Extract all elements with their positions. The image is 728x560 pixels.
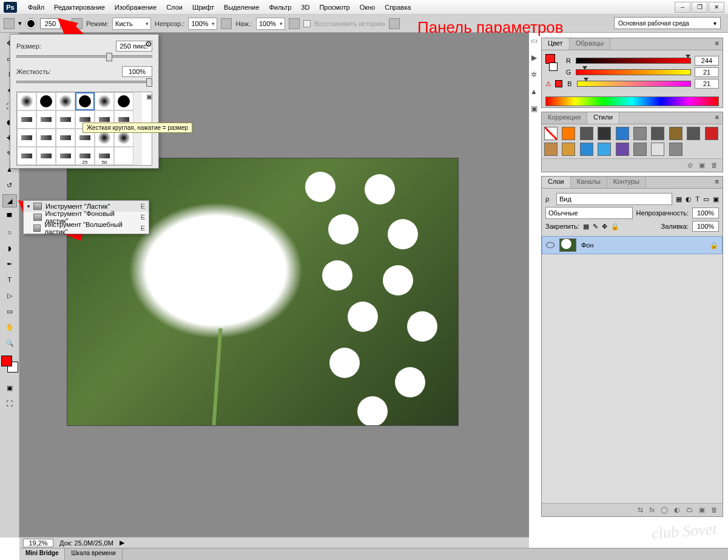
tool-path[interactable]: ▷ bbox=[2, 289, 17, 302]
mode-dropdown[interactable]: Кисть bbox=[112, 18, 151, 30]
tool-hand[interactable]: ✋ bbox=[2, 320, 17, 334]
menu-window[interactable]: Окно bbox=[355, 4, 380, 11]
panel-menu-icon[interactable]: ≡ bbox=[712, 112, 723, 124]
style-swatch[interactable] bbox=[580, 127, 593, 140]
document-image[interactable] bbox=[67, 158, 459, 426]
tab-channels[interactable]: Каналы bbox=[571, 177, 607, 188]
tool-blur[interactable]: ○ bbox=[2, 226, 17, 239]
tab-color[interactable]: Цвет bbox=[542, 38, 570, 50]
layer-thumbnail[interactable] bbox=[559, 238, 576, 252]
brush-preset[interactable] bbox=[56, 92, 75, 110]
tool-pen[interactable]: ✒ bbox=[2, 257, 17, 271]
visibility-icon[interactable] bbox=[546, 242, 554, 248]
collapsed-histogram-icon[interactable]: ▲ bbox=[530, 87, 538, 96]
brush-preset[interactable] bbox=[17, 129, 36, 147]
menu-3d[interactable]: 3D bbox=[296, 4, 314, 11]
style-swatch[interactable] bbox=[544, 127, 558, 140]
menu-select[interactable]: Выделение bbox=[219, 4, 264, 11]
window-close-button[interactable]: ✕ bbox=[709, 2, 724, 13]
brush-preset[interactable] bbox=[36, 129, 56, 147]
style-swatch[interactable] bbox=[544, 143, 558, 156]
brush-preset[interactable] bbox=[56, 147, 75, 165]
color-swatches[interactable] bbox=[1, 356, 18, 373]
trash-icon[interactable]: 🗑 bbox=[711, 506, 718, 514]
collapsed-nav-icon[interactable]: ✲ bbox=[530, 70, 538, 79]
collapsed-history-icon[interactable]: ▭ bbox=[530, 36, 538, 45]
dropdown-arrow-icon[interactable]: ▾ bbox=[18, 19, 22, 27]
tab-paths[interactable]: Контуры bbox=[607, 177, 646, 188]
g-slider[interactable] bbox=[576, 69, 691, 75]
pressure-size-icon[interactable] bbox=[389, 18, 400, 29]
tab-mini-bridge[interactable]: Mini Bridge bbox=[19, 548, 65, 560]
tool-eraser[interactable]: ◢ bbox=[2, 194, 17, 207]
layer-fill-field[interactable]: 100% bbox=[692, 221, 719, 232]
layer-name[interactable]: Фон bbox=[581, 241, 594, 249]
brush-preset[interactable]: 50 bbox=[95, 147, 114, 165]
layer-opacity-field[interactable]: 100% bbox=[692, 207, 719, 218]
brush-preset[interactable] bbox=[36, 110, 56, 129]
style-swatch[interactable] bbox=[562, 127, 575, 140]
tab-adjustments[interactable]: Коррекция bbox=[542, 112, 587, 124]
filter-type-icon[interactable]: T bbox=[695, 195, 699, 203]
menu-file[interactable]: Файл bbox=[23, 4, 49, 11]
b-value[interactable]: 21 bbox=[695, 79, 719, 89]
menu-edit[interactable]: Редактирование bbox=[49, 4, 110, 11]
style-swatch[interactable] bbox=[616, 127, 629, 140]
style-swatch[interactable] bbox=[651, 143, 664, 156]
preset-scrollbar[interactable] bbox=[133, 92, 142, 110]
filter-shape-icon[interactable]: ▭ bbox=[703, 195, 709, 203]
filter-adjust-icon[interactable]: ◐ bbox=[686, 195, 692, 203]
group-icon[interactable]: 🗀 bbox=[686, 506, 693, 514]
tab-styles[interactable]: Стили bbox=[587, 112, 619, 124]
style-swatch[interactable] bbox=[616, 143, 629, 156]
gear-icon[interactable]: ⚙ bbox=[145, 39, 152, 49]
foreground-color-swatch[interactable] bbox=[1, 356, 12, 366]
pressure-opacity-icon[interactable] bbox=[221, 18, 232, 29]
tool-history-brush[interactable]: ↺ bbox=[2, 178, 17, 192]
style-swatch[interactable] bbox=[598, 127, 611, 140]
brush-preset[interactable] bbox=[36, 92, 56, 110]
collapsed-actions-icon[interactable]: ▶ bbox=[530, 53, 538, 62]
brush-preset[interactable] bbox=[95, 92, 114, 110]
size-slider[interactable] bbox=[16, 55, 152, 58]
brush-size-field[interactable]: 250 bbox=[40, 18, 61, 29]
link-icon[interactable]: ⇆ bbox=[638, 506, 643, 514]
flow-dropdown[interactable]: 100% bbox=[256, 18, 285, 30]
clear-style-icon[interactable]: ⊘ bbox=[687, 161, 693, 169]
tool-type[interactable]: T bbox=[2, 273, 17, 286]
warning-swatch[interactable] bbox=[555, 80, 562, 87]
bg-color-swatch[interactable] bbox=[549, 62, 558, 71]
style-swatch[interactable] bbox=[580, 143, 593, 156]
b-slider[interactable] bbox=[577, 81, 691, 87]
lock-icon[interactable]: 🔒 bbox=[611, 223, 619, 231]
status-arrow-icon[interactable]: ▶ bbox=[120, 539, 124, 547]
panel-menu-icon[interactable]: ≡ bbox=[712, 38, 723, 50]
brush-preset[interactable]: 25 bbox=[75, 147, 95, 165]
erase-history-checkbox[interactable] bbox=[303, 20, 311, 27]
opacity-dropdown[interactable]: 100% bbox=[188, 18, 217, 30]
brush-preset[interactable] bbox=[36, 147, 56, 165]
new-layer-icon[interactable]: ▣ bbox=[699, 506, 705, 514]
menu-help[interactable]: Справка bbox=[380, 4, 416, 11]
tool-zoom[interactable]: 🔍 bbox=[2, 336, 17, 349]
window-minimize-button[interactable]: – bbox=[675, 2, 690, 13]
trash-icon[interactable]: 🗑 bbox=[711, 161, 718, 169]
tool-gradient[interactable]: ▀ bbox=[2, 210, 17, 223]
style-swatch[interactable] bbox=[562, 143, 575, 156]
menu-view[interactable]: Просмотр bbox=[314, 4, 354, 11]
style-swatch[interactable] bbox=[687, 127, 700, 140]
menu-type[interactable]: Шрифт bbox=[187, 4, 219, 11]
new-style-icon[interactable]: ▣ bbox=[699, 161, 705, 169]
mask-icon[interactable]: ◯ bbox=[661, 506, 668, 514]
lock-pixels-icon[interactable]: ▦ bbox=[583, 223, 589, 231]
workspace-dropdown[interactable]: Основная рабочая среда bbox=[614, 17, 721, 29]
brush-preset[interactable] bbox=[17, 147, 36, 165]
magic-eraser-tool-item[interactable]: Инструмент "Волшебный ластик"E bbox=[24, 223, 149, 234]
lock-all-icon[interactable]: ✥ bbox=[602, 223, 607, 231]
brush-preset[interactable] bbox=[56, 129, 75, 147]
brush-preset[interactable] bbox=[17, 110, 36, 129]
hardness-slider[interactable] bbox=[16, 81, 152, 83]
zoom-field[interactable]: 19,2% bbox=[23, 539, 53, 547]
tab-timeline[interactable]: Шкала времени bbox=[65, 548, 122, 560]
style-swatch[interactable] bbox=[669, 143, 682, 156]
